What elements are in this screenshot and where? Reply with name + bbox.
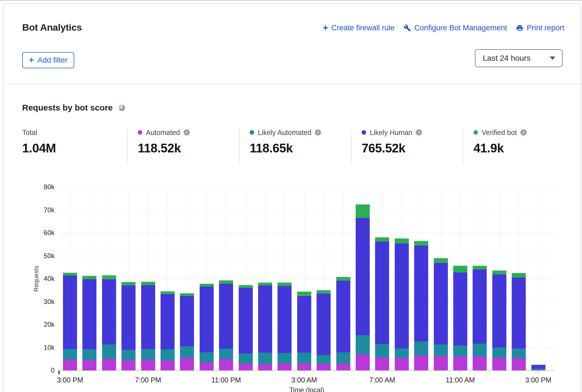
- bar-segment-verified-bot: [297, 292, 311, 296]
- bar-segment-verified-bot: [453, 266, 467, 272]
- info-icon[interactable]: i: [315, 129, 321, 136]
- bar-segment-likely-automated: [239, 353, 253, 364]
- bar-segment-likely-automated: [102, 344, 116, 359]
- bar-segment-verified-bot: [414, 241, 428, 245]
- bar-segment-likely-automated: [453, 346, 467, 357]
- stat-label-row: Automatedi: [138, 129, 239, 136]
- bar-segment-verified-bot: [531, 365, 545, 365]
- stat-label: Total: [22, 129, 37, 137]
- bar-segment-likely-human: [141, 285, 155, 349]
- action-label: Configure Bot Management: [414, 24, 507, 32]
- action-configure-bot-management[interactable]: Configure Bot Management: [403, 24, 507, 32]
- info-icon[interactable]: i: [520, 129, 527, 136]
- bar-segment-likely-automated: [200, 352, 214, 362]
- x-tick-mark: [460, 371, 461, 374]
- action-print-report[interactable]: Print report: [516, 24, 564, 32]
- bar-segment-likely-human: [121, 285, 136, 350]
- bar-segment-verified-bot: [336, 277, 350, 281]
- header-actions: +Create firewall ruleConfigure Bot Manag…: [323, 24, 564, 32]
- header-divider: [6, 84, 582, 84]
- x-axis-title: Time (local): [289, 386, 324, 392]
- bar-segment-likely-automated: [161, 349, 175, 361]
- add-filter-label: Add filter: [38, 56, 68, 65]
- bar-segment-verified-bot: [239, 285, 253, 288]
- bar-segment-verified-bot: [82, 276, 96, 279]
- bar-segment-likely-automated: [531, 369, 545, 370]
- bar-segment-automated: [336, 364, 350, 370]
- bar-segment-verified-bot: [375, 237, 389, 242]
- bar-segment-likely-automated: [356, 335, 370, 354]
- info-icon[interactable]: i: [184, 129, 190, 136]
- bar-segment-likely-human: [414, 245, 428, 341]
- bar-segment-likely-automated: [278, 353, 292, 364]
- gridline-horizontal: [59, 210, 554, 210]
- stat-likely-automated: Likely Automatedi118.65k: [239, 129, 351, 165]
- axis-origin-tick: [58, 370, 60, 374]
- x-axis-line: [59, 370, 554, 371]
- stat-label-row: Likely Humani: [362, 129, 463, 136]
- bar-segment-automated: [239, 364, 253, 370]
- bar-segment-verified-bot: [180, 293, 194, 296]
- stat-label: Likely Automated: [258, 129, 311, 137]
- time-range-select[interactable]: Last 24 hours: [475, 49, 563, 67]
- stat-label: Verified bot: [482, 129, 517, 137]
- bar-segment-automated: [297, 364, 311, 370]
- bar-segment-likely-automated: [473, 344, 487, 357]
- bar-segment-likely-human: [317, 294, 331, 355]
- action-create-firewall-rule[interactable]: +Create firewall rule: [323, 24, 394, 32]
- y-tick-label: 50k: [31, 252, 55, 260]
- bar-segment-likely-automated: [375, 344, 389, 357]
- bar-segment-automated: [141, 360, 155, 370]
- add-filter-button[interactable]: + Add filter: [22, 52, 74, 68]
- x-tick-label: 3:00 AM: [291, 376, 317, 384]
- bar-segment-verified-bot: [200, 284, 214, 287]
- stat-value: 1.04M: [22, 141, 127, 155]
- bar-segment-likely-human: [219, 284, 233, 349]
- x-tick-mark: [382, 371, 382, 374]
- bar-segment-likely-human: [239, 288, 253, 353]
- legend-dot: [473, 130, 478, 135]
- x-tick-label: 3:00 PM: [525, 376, 551, 384]
- bar-segment-likely-automated: [82, 349, 96, 360]
- bar-segment-automated: [258, 364, 272, 370]
- bar-segment-likely-human: [453, 272, 467, 346]
- bar-segment-likely-automated: [434, 344, 448, 356]
- y-tick-label: 70k: [31, 206, 55, 214]
- gridline-horizontal: [59, 233, 554, 233]
- bar-segment-verified-bot: [141, 282, 155, 285]
- bar-segment-automated: [473, 356, 487, 370]
- bar-segment-likely-automated: [297, 353, 311, 363]
- bar-segment-likely-human: [278, 286, 292, 353]
- top-edge-strip: [0, 0, 582, 1]
- bar-segment-automated: [278, 364, 292, 370]
- legend-dot: [138, 130, 142, 135]
- stat-value: 41.9k: [473, 141, 575, 155]
- stat-label-row: Likely Automatedi: [250, 129, 351, 136]
- stat-label: Automated: [146, 129, 180, 137]
- x-tick-mark: [538, 371, 539, 374]
- gridline-horizontal: [59, 187, 554, 187]
- bar-segment-likely-automated: [63, 349, 77, 359]
- bar-segment-likely-automated: [219, 349, 233, 359]
- x-tick-mark: [226, 371, 226, 374]
- x-tick-label: 11:00 AM: [446, 376, 475, 384]
- y-tick-label: 60k: [31, 229, 55, 237]
- info-icon[interactable]: i: [416, 129, 422, 136]
- bar-segment-verified-bot: [473, 266, 487, 269]
- printer-icon: [516, 24, 524, 32]
- bar-segment-likely-automated: [492, 348, 506, 358]
- bar-segment-verified-bot: [512, 273, 526, 278]
- bot-analytics-card: Bot Analytics +Create firewall ruleConfi…: [3, 3, 581, 392]
- y-tick-label: 80k: [31, 183, 55, 191]
- stat-label-row: Total: [22, 129, 127, 136]
- bar-segment-automated: [492, 358, 506, 370]
- bar-segment-likely-human: [180, 296, 194, 346]
- gridline-vertical: [538, 187, 539, 370]
- bar-segment-likely-human: [336, 281, 350, 353]
- bar-segment-automated: [317, 364, 331, 370]
- bar-segment-verified-bot: [102, 275, 116, 279]
- action-label: Create firewall rule: [331, 24, 394, 32]
- bar-segment-automated: [512, 358, 526, 370]
- wrench-icon: [403, 24, 411, 32]
- x-tick-label: 11:00 PM: [211, 376, 241, 384]
